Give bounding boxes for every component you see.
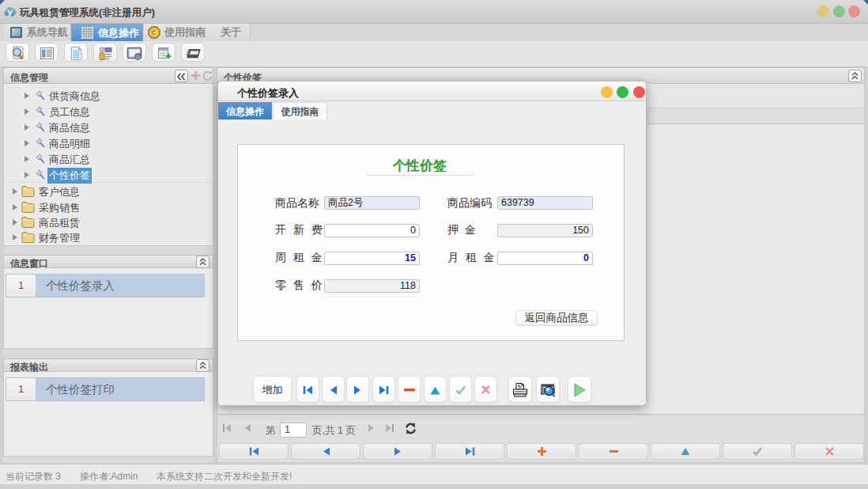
svg-text:y: y [8, 7, 13, 17]
